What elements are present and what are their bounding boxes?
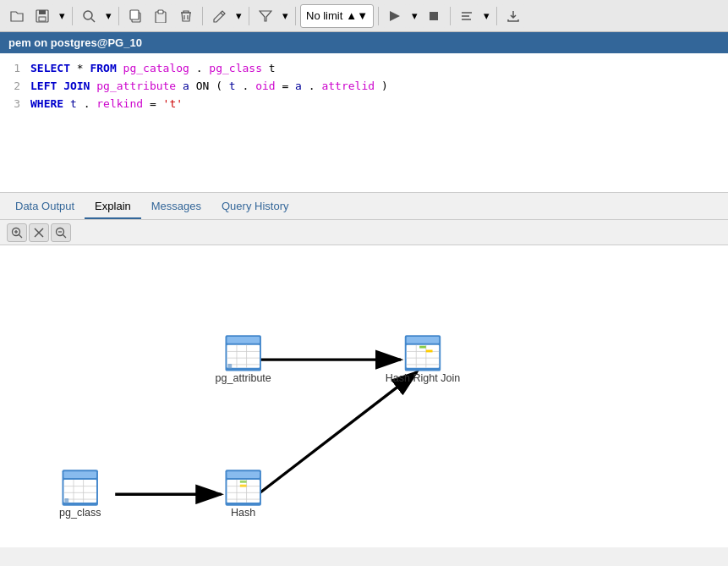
sql-line-2: LEFT JOIN pg_attribute a ON ( t . oid = … (30, 78, 388, 96)
svg-text:Hash: Hash (231, 507, 255, 519)
copy-button[interactable] (123, 4, 147, 28)
format-button[interactable] (455, 4, 479, 28)
search-button[interactable] (77, 4, 101, 28)
toolbar: ▾ ▾ ▾ ▾ No limit ▲▼ ▾ ▾ (0, 0, 728, 32)
svg-rect-36 (64, 498, 68, 503)
edit-dropdown-button[interactable]: ▾ (233, 4, 244, 28)
separator-7 (450, 7, 451, 25)
svg-rect-67 (419, 346, 426, 349)
svg-text:Hash Right Join: Hash Right Join (386, 372, 460, 384)
svg-rect-46 (240, 481, 247, 483)
svg-rect-50 (227, 337, 260, 343)
open-button[interactable] (5, 4, 29, 28)
svg-line-15 (19, 234, 23, 238)
execute-button[interactable] (383, 4, 407, 28)
tab-query-history[interactable]: Query History (211, 195, 298, 219)
edit-button[interactable] (207, 4, 231, 28)
execute-dropdown-button[interactable]: ▾ (408, 4, 420, 28)
download-button[interactable] (501, 4, 525, 28)
tab-messages[interactable]: Messages (141, 195, 211, 219)
svg-rect-68 (426, 350, 433, 353)
filter-button[interactable] (254, 4, 277, 28)
svg-rect-8 (158, 10, 163, 14)
limit-label: No limit (306, 9, 342, 22)
svg-line-4 (91, 19, 95, 22)
zoom-in-button[interactable] (7, 223, 27, 242)
diagram-svg: pg_class Hash (0, 245, 728, 547)
connection-text: pem on postgres@PG_10 (8, 36, 142, 49)
tabs-bar: Data Output Explain Messages Query Histo… (0, 193, 728, 220)
svg-line-21 (63, 234, 67, 238)
svg-line-25 (258, 372, 417, 495)
main-content: pem on postgres@PG_10 1 2 3 SELECT * FRO… (0, 32, 728, 547)
svg-text:pg_class: pg_class (59, 507, 101, 519)
separator-4 (249, 7, 249, 25)
sql-line-1: SELECT * FROM pg_catalog . pg_class t (30, 60, 388, 78)
format-dropdown-button[interactable]: ▾ (480, 4, 492, 28)
filter-dropdown-button[interactable]: ▾ (279, 4, 291, 28)
limit-arrow: ▲▼ (346, 9, 368, 22)
tab-explain[interactable]: Explain (85, 195, 141, 219)
sql-editor[interactable]: 1 2 3 SELECT * FROM pg_catalog . pg_clas… (0, 53, 728, 193)
limit-select[interactable]: No limit ▲▼ (300, 4, 374, 28)
separator-8 (496, 7, 497, 25)
svg-point-3 (84, 11, 92, 19)
svg-rect-57 (227, 364, 232, 369)
sql-content[interactable]: SELECT * FROM pg_catalog . pg_class t LE… (30, 60, 397, 185)
svg-rect-6 (130, 10, 139, 19)
separator-1 (72, 7, 73, 25)
separator-3 (202, 7, 203, 25)
svg-rect-2 (39, 17, 46, 21)
line-numbers: 1 2 3 (0, 60, 30, 185)
svg-rect-39 (227, 471, 260, 478)
svg-rect-47 (240, 485, 247, 487)
zoom-out-button[interactable] (51, 223, 71, 242)
search-dropdown-button[interactable]: ▾ (102, 4, 114, 28)
line-num-2: 2 (10, 78, 20, 96)
line-num-3: 3 (10, 96, 20, 113)
svg-marker-9 (260, 11, 271, 21)
separator-2 (118, 7, 119, 25)
separator-6 (378, 7, 379, 25)
svg-rect-60 (407, 337, 440, 343)
tab-data-output[interactable]: Data Output (5, 195, 85, 219)
paste-button[interactable] (149, 4, 172, 28)
svg-rect-29 (63, 471, 96, 478)
separator-5 (295, 7, 296, 25)
explain-toolbar (0, 220, 728, 245)
sql-line-3: WHERE t . relkind = 't' (30, 96, 388, 113)
explain-canvas[interactable]: pg_class Hash (0, 245, 728, 547)
line-num-1: 1 (10, 60, 20, 78)
save-button[interactable] (30, 4, 54, 28)
svg-rect-1 (39, 10, 46, 14)
reset-zoom-button[interactable] (29, 223, 49, 242)
svg-text:pg_attribute: pg_attribute (216, 372, 271, 384)
save-dropdown-button[interactable]: ▾ (56, 4, 68, 28)
stop-button[interactable] (422, 4, 446, 28)
connection-bar: pem on postgres@PG_10 (0, 32, 728, 53)
svg-rect-10 (430, 12, 438, 20)
delete-button[interactable] (174, 4, 198, 28)
